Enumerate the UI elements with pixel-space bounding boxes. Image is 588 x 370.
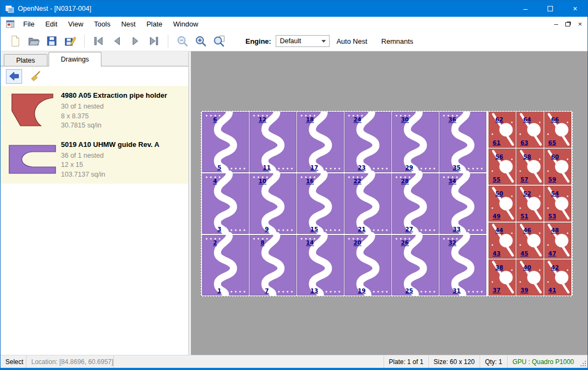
nest-part-pair-purple[interactable]: 43	[202, 174, 249, 234]
nest-part-pair-red[interactable]: 6261	[489, 112, 516, 147]
part-number-label: 48	[551, 227, 559, 233]
nest-part-pair-purple[interactable]: 21	[202, 236, 249, 295]
zoom-out-button[interactable]	[173, 33, 192, 49]
open-button[interactable]	[24, 33, 43, 49]
nest-part-pair-purple[interactable]: 3231	[440, 236, 486, 295]
tab-plates[interactable]: Plates	[4, 54, 47, 66]
status-qty: Qty: 1	[480, 355, 507, 368]
tab-drawings[interactable]: Drawings	[49, 52, 101, 66]
nest-part-pair-purple[interactable]: 2019	[345, 236, 391, 295]
plate[interactable]: 6512111817242330293635431091615222128273…	[201, 111, 573, 297]
nest-part-pair-purple[interactable]: 2423	[345, 112, 391, 172]
nest-part-pair-red[interactable]: 5049	[489, 186, 516, 221]
import-drawing-button[interactable]	[6, 69, 22, 84]
zoom-fit-button[interactable]	[210, 33, 228, 49]
previous-plate-button[interactable]	[108, 33, 126, 49]
nest-part-pair-red[interactable]: 4443	[489, 223, 516, 258]
next-plate-button[interactable]	[126, 33, 145, 49]
nest-part-pair-purple[interactable]: 1413	[297, 236, 344, 295]
menu-item-nest[interactable]: Nest	[116, 17, 141, 31]
nest-part-pair-purple[interactable]: 109	[250, 174, 296, 234]
resize-grip[interactable]	[579, 355, 587, 368]
nest-part-pair-red[interactable]: 5857	[517, 149, 544, 185]
new-nest-button[interactable]	[6, 33, 24, 49]
zoom-in-icon	[194, 35, 207, 48]
last-plate-button[interactable]	[145, 33, 163, 49]
minimize-icon: –	[523, 4, 528, 13]
save-as-button[interactable]	[61, 33, 79, 49]
nest-part-pair-red[interactable]: 3837	[489, 260, 516, 295]
menu-item-window[interactable]: Window	[168, 17, 203, 31]
status-plate: Plate: 1 of 1	[384, 355, 428, 368]
menu-item-tools[interactable]: Tools	[88, 17, 115, 31]
menu-item-edit[interactable]: Edit	[40, 17, 63, 31]
nest-part-pair-purple[interactable]: 2625	[392, 236, 439, 295]
part-number-label: 51	[521, 213, 529, 219]
close-button[interactable]: ×	[563, 1, 587, 17]
part-number-label: 38	[495, 264, 503, 271]
part-number-label: 26	[401, 239, 409, 246]
mdi-restore-icon	[565, 22, 570, 26]
drawing-list-item[interactable]: 4980 A05 Extraction pipe holder 30 of 1 …	[1, 86, 188, 135]
nest-part-pair-purple[interactable]: 2827	[392, 174, 439, 234]
part-number-label: 57	[521, 176, 529, 183]
part-number-label: 27	[405, 226, 413, 232]
part-number-label: 39	[521, 287, 529, 293]
menu-item-file[interactable]: File	[18, 17, 40, 31]
drawing-title: 4980 A05 Extraction pipe holder	[61, 91, 167, 99]
nest-part-pair-red[interactable]: 6665	[544, 112, 571, 147]
part-number-label: 42	[551, 264, 559, 271]
nest-part-pair-red[interactable]: 4039	[517, 260, 544, 295]
nest-part-pair-purple[interactable]: 3635	[440, 112, 486, 172]
part-number-label: 34	[448, 178, 456, 184]
nest-part-pair-purple[interactable]: 1615	[297, 174, 344, 234]
maximize-button[interactable]	[538, 1, 563, 17]
drawing-area: 30.7815 sq/in	[61, 121, 167, 131]
clear-drawings-button[interactable]	[28, 69, 44, 84]
mdi-minimize-button[interactable]: –	[554, 21, 558, 28]
nest-part-pair-red[interactable]: 6059	[544, 149, 571, 185]
nest-part-pair-purple[interactable]: 3433	[440, 174, 486, 234]
part-thumbnail-purple	[4, 139, 61, 180]
mdi-restore-button[interactable]	[565, 20, 570, 28]
minimize-button[interactable]: –	[513, 1, 538, 17]
menu-item-plate[interactable]: Plate	[141, 17, 168, 31]
engine-label: Engine:	[245, 37, 271, 45]
broom-icon	[30, 70, 42, 82]
nest-part-pair-red[interactable]: 4847	[544, 223, 571, 258]
nest-part-pair-purple[interactable]: 1211	[250, 112, 296, 172]
part-number-label: 56	[495, 153, 503, 160]
remnants-button[interactable]: Remnants	[374, 33, 420, 49]
nest-part-pair-red[interactable]: 5453	[544, 186, 571, 221]
engine-select[interactable]: Default	[276, 35, 330, 47]
part-number-label: 22	[353, 178, 361, 184]
drawing-list-item[interactable]: 5019 A10 UHMW guide Rev. A 36 of 1 neste…	[1, 135, 188, 184]
first-plate-button[interactable]	[90, 33, 108, 49]
nest-part-pair-purple[interactable]: 2221	[345, 174, 391, 234]
drawings-toolbar	[1, 66, 188, 86]
auto-nest-button[interactable]: Auto Nest	[330, 33, 374, 49]
menu-item-view[interactable]: View	[63, 17, 88, 31]
nest-canvas[interactable]: 6512111817242330293635431091615222128273…	[192, 51, 587, 355]
main-area: Plates Drawings	[1, 51, 587, 355]
part-number-label: 1	[217, 287, 221, 294]
mdi-close-button[interactable]: ×	[578, 21, 582, 28]
part-number-label: 30	[401, 116, 409, 123]
nest-part-pair-purple[interactable]: 87	[250, 236, 296, 295]
part-number-label: 49	[493, 213, 501, 219]
nest-part-pair-red[interactable]: 5251	[517, 186, 544, 221]
nest-part-pair-red[interactable]: 5655	[489, 149, 516, 185]
nest-part-pair-purple[interactable]: 1817	[297, 112, 344, 172]
nest-part-pair-purple[interactable]: 3029	[392, 112, 439, 172]
save-button[interactable]	[43, 33, 61, 49]
zoom-in-button[interactable]	[192, 33, 210, 49]
toolbar-separator	[84, 35, 85, 48]
part-number-label: 9	[265, 226, 269, 232]
part-number-label: 16	[306, 178, 314, 184]
nest-part-pair-red[interactable]: 4241	[544, 260, 571, 295]
title-bar[interactable]: OpenNest - [N0317-004] – ×	[1, 1, 587, 17]
nest-part-pair-red[interactable]: 6463	[517, 112, 544, 147]
nest-part-pair-red[interactable]: 4645	[517, 223, 544, 258]
part-number-label: 45	[521, 250, 529, 257]
nest-part-pair-purple[interactable]: 65	[202, 112, 249, 172]
